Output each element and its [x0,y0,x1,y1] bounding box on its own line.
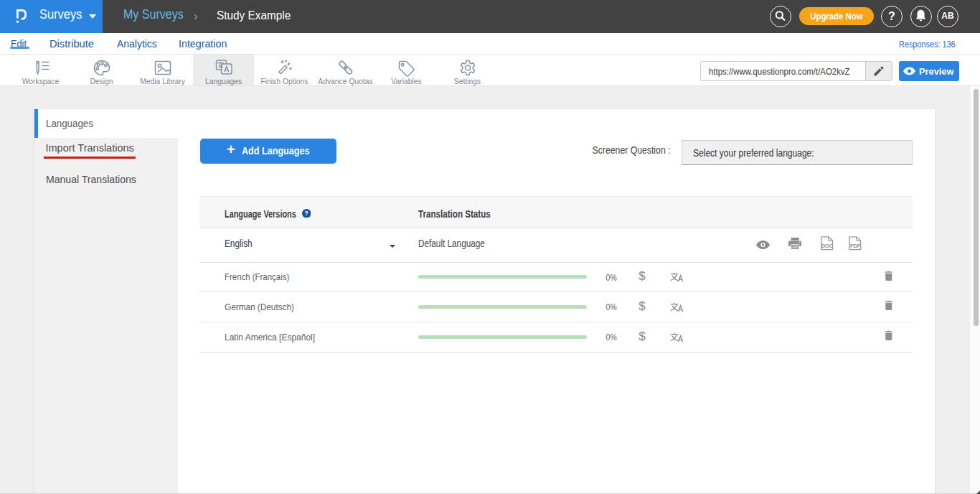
svg-text:?: ? [304,210,308,217]
svg-text:PDF: PDF [850,243,861,249]
svg-text:DOC: DOC [821,243,834,249]
